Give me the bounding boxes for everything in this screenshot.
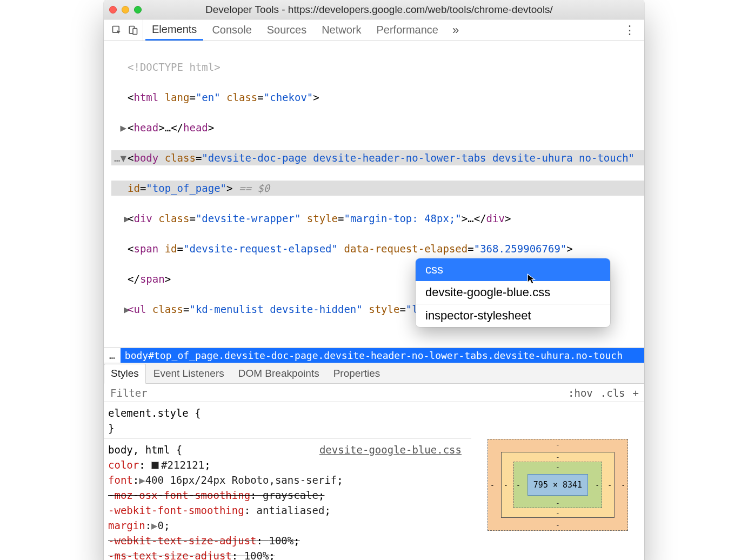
prop-wk-tsa-name[interactable]: -webkit-text-size-adjust [108,535,257,546]
div-tag[interactable]: div [133,212,152,224]
styles-filter-input[interactable] [109,386,560,399]
subtab-dom-breakpoints[interactable]: DOM Breakpoints [232,363,326,383]
autocomplete-item-css[interactable]: css [416,258,610,281]
stylesheet-autocomplete-popup: css devsite-google-blue.css inspector-st… [416,258,610,327]
mouse-cursor-icon [526,273,538,288]
margin-bottom[interactable]: - [556,521,560,529]
margin-left[interactable]: - [490,481,495,489]
prop-color-value[interactable]: #212121 [161,459,204,471]
styles-panel: element.style { } devsite-google-blue.cs… [104,402,644,560]
margin-top[interactable]: - [556,441,560,449]
subtab-styles[interactable]: Styles [104,364,146,384]
rule-selector[interactable]: body, html { [108,444,182,456]
prop-wk-tsa-value[interactable]: 100% [269,535,293,546]
expand-margin-icon[interactable]: ▶ [151,519,157,531]
head-tag: head [133,122,158,134]
div-class-val: "devsite-wrapper" [196,212,300,224]
span-tag[interactable]: span [133,243,158,255]
head-close: head [183,122,208,134]
tab-network[interactable]: Network [315,19,368,41]
prop-margin-name[interactable]: margin [108,519,145,531]
span-data-attr: data-request-elapsed [344,243,468,255]
prop-moz-value[interactable]: grayscale [263,489,318,501]
styles-subtabs: Styles Event Listeners DOM Breakpoints P… [104,363,644,384]
new-style-rule-button[interactable]: + [633,387,639,399]
prop-ms-tsa-name[interactable]: -ms-text-size-adjust [108,550,232,560]
expand-font-icon[interactable]: ▶ [139,474,145,486]
close-brace: } [108,421,471,436]
span-close: span [140,273,165,285]
styles-toolbar: :hov .cls + [104,384,644,402]
head-ellipsis: … [165,122,171,134]
prop-color-name[interactable]: color [108,459,139,471]
toolbar-left [107,19,143,41]
titlebar: Developer Tools - https://developers.goo… [104,0,644,19]
subtab-properties[interactable]: Properties [327,363,387,383]
div-ellipsis: … [468,212,473,224]
val-class: "chekov" [264,91,313,103]
border-right[interactable]: - [607,481,612,489]
span-data-val: "368.259906769" [474,243,567,255]
border-top[interactable]: - [556,453,560,461]
div-style-attr: style [307,212,338,224]
box-margin[interactable]: - - - - - - - - - - - - 795 [487,439,628,531]
tab-elements[interactable]: Elements [145,19,203,41]
autocomplete-item-inspector[interactable]: inspector-stylesheet [416,304,610,327]
div-style-val: "margin-top: 48px;" [344,212,461,224]
tabs-overflow-icon[interactable]: » [447,23,464,37]
tab-console[interactable]: Console [205,19,258,41]
box-border[interactable]: - - - - - - - - 795 × 8341 [501,452,615,518]
box-content[interactable]: 795 × 8341 [527,474,588,496]
padding-left[interactable]: - [516,481,520,489]
doctype: <!DOCTYPE html> [128,61,221,73]
inspect-element-icon[interactable] [110,24,123,37]
attr-class: class [226,91,257,103]
main-tabs: Elements Console Sources Network Perform… [104,19,644,41]
span-id-val: "devsite-request-elapsed" [183,243,338,255]
window-title: Developer Tools - https://developers.goo… [119,4,639,16]
tab-sources[interactable]: Sources [261,19,313,41]
margin-right[interactable]: - [621,481,625,489]
box-model: - - - - - - - - - - - - 795 [471,402,644,560]
selected-indicator: == $0 [233,182,270,194]
padding-bottom[interactable]: - [556,499,560,507]
html-open-tag: html [133,91,158,103]
box-padding[interactable]: - - - - 795 × 8341 [513,462,602,508]
breadcrumb-overflow[interactable]: … [104,350,121,361]
prop-moz-name[interactable]: -moz-osx-font-smoothing [108,489,250,501]
hov-toggle[interactable]: :hov [568,387,593,399]
prop-font-value[interactable]: 400 16px/24px Roboto,sans-serif [145,474,337,486]
subtab-event-listeners[interactable]: Event Listeners [147,363,231,383]
color-swatch-icon[interactable] [151,462,159,469]
device-toolbar-icon[interactable] [126,24,139,37]
body-class-attr: class [165,152,196,164]
prop-webkit-smooth-name[interactable]: -webkit-font-smoothing [108,504,244,516]
border-bottom[interactable]: - [556,509,560,517]
body-id-val: "top_of_page" [146,182,226,194]
cls-toggle[interactable]: .cls [600,387,625,399]
devtools-window: Developer Tools - https://developers.goo… [104,0,644,560]
attr-lang: lang [165,91,190,103]
close-window-button[interactable] [109,6,117,14]
style-rules[interactable]: element.style { } devsite-google-blue.cs… [104,402,471,560]
body-class-val: "devsite-doc-page devsite-header-no-lowe… [202,152,635,164]
val-lang: "en" [196,91,221,103]
border-left[interactable]: - [504,481,508,489]
prop-margin-value[interactable]: 0 [158,519,164,531]
padding-top[interactable]: - [556,463,560,471]
span-id-attr: id [165,243,177,255]
breadcrumb: … body#top_of_page.devsite-doc-page.devs… [104,347,644,363]
prop-font-name[interactable]: font [108,474,133,486]
element-style-rule[interactable]: element.style { [108,405,471,421]
prop-ms-tsa-value[interactable]: 100% [244,550,269,560]
breadcrumb-selected[interactable]: body#top_of_page.devsite-doc-page.devsit… [121,348,644,363]
autocomplete-item-devsite[interactable]: devsite-google-blue.css [416,281,610,304]
body-tag[interactable]: body [133,152,158,164]
more-options-icon[interactable]: ⋮ [618,23,641,37]
div-class-attr: class [158,212,189,224]
padding-right[interactable]: - [595,481,599,489]
div-close: div [486,212,505,224]
tab-performance[interactable]: Performance [370,19,445,41]
source-file-link[interactable]: devsite-google-blue.css [319,442,471,457]
prop-webkit-smooth-value[interactable]: antialiased [257,504,325,516]
